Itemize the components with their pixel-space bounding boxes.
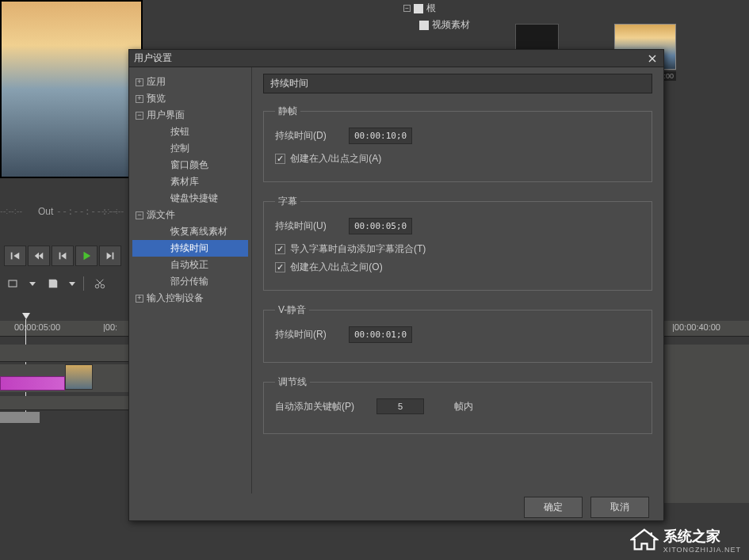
left-tc-readout: --:--:-- <box>0 206 22 216</box>
svg-marker-2 <box>35 253 39 260</box>
bin-tree: − 根 视频素材 <box>400 0 503 33</box>
subtitle-fieldset: 字幕 持续时间(U) 导入字幕时自动添加字幕混合(T) 创建在入/出点之间(O) <box>263 195 652 291</box>
svg-marker-6 <box>84 252 91 261</box>
step-back-button[interactable] <box>52 246 74 266</box>
nav-ui[interactable]: −用户界面 <box>132 107 248 124</box>
playhead-marker-icon[interactable] <box>22 313 30 319</box>
still-legend: 静帧 <box>275 105 300 118</box>
rubber-frames-input[interactable] <box>376 398 424 414</box>
svg-point-13 <box>101 284 104 288</box>
dialog-button-bar: 确定 取消 <box>129 493 663 520</box>
still-duration-label: 持续时间(D) <box>275 129 334 143</box>
subtitle-duration-label: 持续时间(U) <box>275 219 334 233</box>
cut-icon[interactable] <box>90 276 109 291</box>
still-fieldset: 静帧 持续时间(D) 创建在入/出点之间(A) <box>263 105 652 182</box>
subtitle-automix-checkbox[interactable] <box>275 244 285 254</box>
still-inout-checkbox[interactable] <box>275 154 285 164</box>
dialog-title: 用户设置 <box>134 51 172 65</box>
nav-ui-button[interactable]: 按钮 <box>132 124 248 140</box>
svg-line-15 <box>97 280 102 285</box>
collapse-icon[interactable]: − <box>136 112 143 120</box>
svg-marker-10 <box>29 282 36 286</box>
vmute-duration-input[interactable] <box>349 326 412 343</box>
tool-dropdown-1[interactable] <box>29 280 37 287</box>
nav-ui-control[interactable]: 控制 <box>132 140 248 157</box>
svg-marker-3 <box>39 253 43 260</box>
rubber-suffix-label: 帧内 <box>454 400 473 413</box>
play-button[interactable] <box>75 246 97 266</box>
nav-src-autocorrect[interactable]: 自动校正 <box>132 257 248 273</box>
panel-header: 持续时间 <box>263 74 652 93</box>
bin-root-label: 根 <box>426 2 436 15</box>
watermark-subtitle: XITONGZHIJIA.NET <box>663 546 741 554</box>
watermark: 系统之家 XITONGZHIJIA.NET <box>630 527 741 554</box>
svg-point-12 <box>95 284 98 288</box>
editor-toolbar <box>4 276 109 291</box>
timeline-tick-2: |00: <box>103 322 117 332</box>
timeline-track-3[interactable] <box>0 396 143 410</box>
nav-preview[interactable]: +预览 <box>132 90 248 107</box>
clip-thumbnail[interactable] <box>65 364 93 390</box>
subtitle-legend: 字幕 <box>275 195 300 208</box>
step-fwd-button[interactable] <box>99 246 121 266</box>
save-icon[interactable] <box>44 276 63 291</box>
collapse-icon[interactable]: − <box>403 5 411 12</box>
subtitle-automix-label: 导入字幕时自动添加字幕混合(T) <box>290 242 426 256</box>
svg-rect-8 <box>113 253 114 260</box>
nav-src-offline[interactable]: 恢复离线素材 <box>132 223 248 240</box>
still-inout-label: 创建在入/出点之间(A) <box>290 152 381 166</box>
svg-marker-7 <box>107 253 112 260</box>
svg-rect-4 <box>59 253 61 260</box>
nav-src-partial[interactable]: 部分传输 <box>132 273 248 290</box>
vmute-fieldset: V-静音 持续时间(R) <box>263 303 652 363</box>
svg-marker-5 <box>61 253 66 260</box>
svg-line-14 <box>97 280 103 285</box>
preview-image <box>2 2 141 177</box>
svg-rect-9 <box>9 280 17 287</box>
user-settings-dialog: 用户设置 +应用 +预览 −用户界面 按钮 控制 窗口颜色 素材库 键盘快捷键 … <box>128 49 664 521</box>
folder-icon <box>414 4 423 13</box>
dialog-titlebar[interactable]: 用户设置 <box>129 50 663 67</box>
vmute-duration-label: 持续时间(R) <box>275 328 334 341</box>
rubber-auto-label: 自动添加关键帧(P) <box>275 400 362 413</box>
rubber-legend: 调节线 <box>275 375 310 389</box>
save-dropdown[interactable] <box>69 280 77 287</box>
house-icon <box>630 528 659 552</box>
close-button[interactable] <box>646 52 659 65</box>
expand-icon[interactable]: + <box>136 295 143 303</box>
svg-marker-11 <box>69 282 75 286</box>
collapse-icon[interactable]: − <box>136 211 143 219</box>
rewind-button[interactable] <box>28 246 50 266</box>
nav-ui-bin[interactable]: 素材库 <box>132 173 248 190</box>
nav-application[interactable]: +应用 <box>132 74 248 90</box>
expand-icon[interactable]: + <box>136 95 143 103</box>
expand-icon[interactable]: + <box>136 78 143 86</box>
vmute-legend: V-静音 <box>275 303 309 317</box>
timeline-tick-1: 00:00:05:00 <box>14 322 60 332</box>
svg-marker-18 <box>632 530 657 550</box>
subtitle-inout-label: 创建在入/出点之间(O) <box>290 261 383 274</box>
subtitle-inout-checkbox[interactable] <box>275 262 285 272</box>
skip-back-button[interactable] <box>4 246 26 266</box>
close-icon <box>648 54 657 63</box>
right-timeline-tick: |00:00:40:00 <box>672 322 720 332</box>
bin-root-item[interactable]: − 根 <box>400 0 503 17</box>
bin-video-label: 视频素材 <box>432 18 470 32</box>
nav-src-duration[interactable]: 持续时间 <box>132 240 248 257</box>
nav-ui-colors[interactable]: 窗口颜色 <box>132 157 248 173</box>
tool-button-1[interactable] <box>4 276 23 291</box>
bin-child-item[interactable]: 视频素材 <box>400 17 503 33</box>
right-timeline-tracks[interactable] <box>664 345 749 503</box>
timeline-track-1[interactable] <box>0 345 143 362</box>
ok-button[interactable]: 确定 <box>524 497 583 518</box>
timeline-track-4[interactable] <box>0 412 40 423</box>
timeline-clip[interactable] <box>0 376 65 390</box>
settings-content-panel: 持续时间 静帧 持续时间(D) 创建在入/出点之间(A) 字幕 持续时间(U) <box>252 67 663 493</box>
still-duration-input[interactable] <box>349 128 412 144</box>
nav-source[interactable]: −源文件 <box>132 207 248 223</box>
nav-ui-keyboard[interactable]: 键盘快捷键 <box>132 190 248 207</box>
subtitle-duration-input[interactable] <box>349 218 412 234</box>
nav-input-devices[interactable]: +输入控制设备 <box>132 290 248 307</box>
preview-monitor <box>0 0 143 178</box>
cancel-button[interactable]: 取消 <box>590 497 649 518</box>
